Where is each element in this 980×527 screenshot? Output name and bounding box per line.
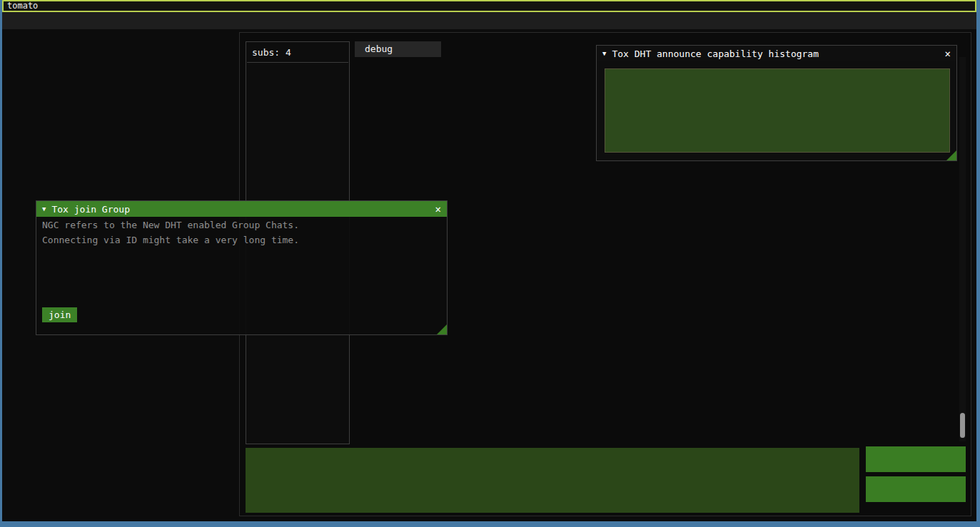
resize-handle[interactable] [437, 324, 447, 334]
menu-bar [2, 12, 976, 29]
histogram-window-title: Tox DHT announce capability histogram [612, 48, 944, 59]
subs-header: subs: 4 [246, 42, 349, 62]
tab-debug[interactable]: debug [355, 41, 441, 57]
resize-handle[interactable] [946, 150, 956, 160]
join-group-window: ▼ Tox join Group ✕ NGC refers to the New… [36, 200, 448, 335]
chat-scrollbar-thumb[interactable] [960, 413, 965, 438]
chat-scrollbar[interactable] [959, 57, 966, 441]
collapse-icon[interactable]: ▼ [602, 50, 606, 57]
app-window: tomato subs: 4 debug ▼ Tox DHT announce … [2, 0, 976, 521]
join-description-line1: NGC refers to the New DHT enabled Group … [36, 217, 447, 232]
close-icon[interactable]: ✕ [945, 48, 951, 59]
join-description-line2: Connecting via ID might take a very long… [36, 232, 447, 247]
window-titlebar: tomato [2, 0, 976, 12]
histogram-plot [605, 68, 950, 153]
subs-separator [247, 62, 348, 63]
histogram-window-titlebar[interactable]: ▼ Tox DHT announce capability histogram … [597, 46, 956, 61]
histogram-window: ▼ Tox DHT announce capability histogram … [596, 45, 957, 161]
join-window-title: Tox join Group [51, 204, 435, 215]
send-file-button[interactable] [866, 446, 966, 472]
paste-file-button[interactable] [866, 476, 966, 502]
join-button[interactable]: join [42, 307, 77, 322]
window-title: tomato [7, 1, 38, 11]
message-input[interactable] [246, 448, 859, 513]
collapse-icon[interactable]: ▼ [42, 205, 46, 213]
close-icon[interactable]: ✕ [435, 203, 441, 215]
join-window-titlebar[interactable]: ▼ Tox join Group ✕ [36, 201, 447, 217]
